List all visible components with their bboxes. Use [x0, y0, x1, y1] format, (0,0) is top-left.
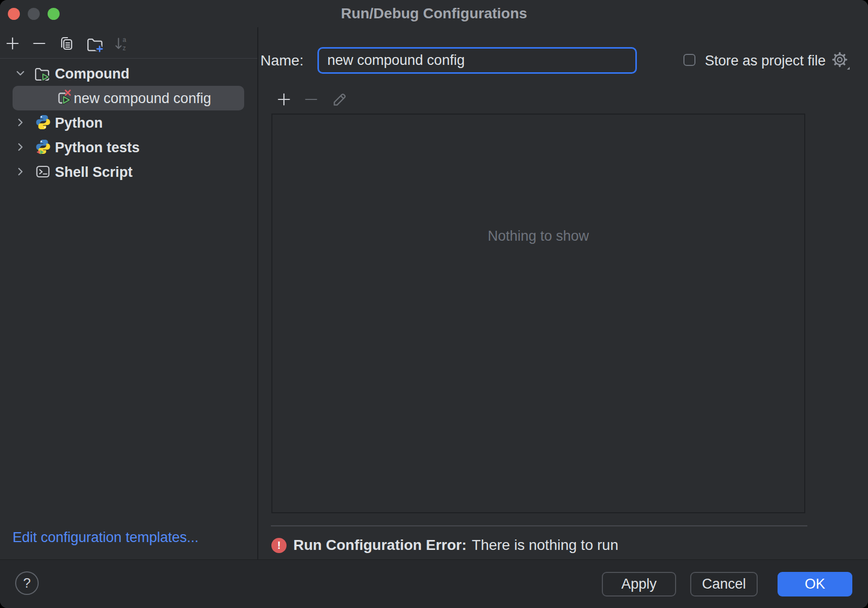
- tree-item-label: Shell Script: [55, 164, 133, 181]
- dialog-title: Run/Debug Configurations: [0, 5, 868, 22]
- plus-icon: [276, 91, 292, 108]
- tree-item-compound[interactable]: Compound: [0, 61, 257, 86]
- plus-icon: [4, 35, 21, 52]
- name-input[interactable]: [317, 47, 637, 74]
- chevron-right-icon[interactable]: [15, 141, 26, 153]
- python-tests-icon: [35, 139, 51, 157]
- shell-script-icon: [35, 164, 51, 182]
- store-as-project-file-label: Store as project file: [705, 53, 826, 69]
- tree-item-python[interactable]: Python: [0, 110, 257, 135]
- compound-folder-icon: [33, 65, 51, 84]
- compound-items-panel: [271, 114, 805, 513]
- toolbar-separator: [0, 58, 257, 59]
- apply-button[interactable]: Apply: [602, 572, 676, 596]
- empty-state-text: Nothing to show: [271, 228, 805, 244]
- tree-item-label: Python tests: [55, 140, 140, 156]
- edit-item-button[interactable]: [331, 91, 349, 108]
- minus-icon: [303, 91, 319, 108]
- svg-text:a: a: [123, 36, 127, 43]
- gear-icon[interactable]: [830, 50, 850, 72]
- minus-icon: [31, 35, 48, 52]
- tree-item-new-compound-config[interactable]: new compound config: [0, 86, 257, 110]
- panel-divider: [257, 27, 258, 559]
- add-configuration-button[interactable]: [4, 35, 21, 52]
- sort-alphabetically-icon: a z: [113, 35, 131, 53]
- chevron-right-icon[interactable]: [15, 117, 26, 128]
- help-button[interactable]: ?: [15, 571, 39, 595]
- pencil-icon: [331, 91, 349, 108]
- copy-configuration-button[interactable]: [58, 35, 75, 52]
- chevron-right-icon[interactable]: [15, 166, 26, 177]
- error-separator: [271, 525, 807, 526]
- error-message: There is nothing to run: [472, 537, 618, 554]
- remove-configuration-button[interactable]: [31, 35, 48, 52]
- new-folder-button[interactable]: [86, 35, 105, 54]
- python-icon: [35, 114, 51, 132]
- edit-configuration-templates-link[interactable]: Edit configuration templates...: [13, 530, 199, 546]
- ok-button[interactable]: OK: [778, 572, 852, 596]
- tree-item-label: Python: [55, 115, 103, 131]
- error-icon: !: [271, 538, 287, 553]
- tree-item-python-tests[interactable]: Python tests: [0, 135, 257, 160]
- titlebar: Run/Debug Configurations: [0, 0, 868, 27]
- new-folder-icon: [86, 35, 105, 54]
- error-row: ! Run Configuration Error: There is noth…: [271, 537, 618, 554]
- name-label: Name:: [260, 52, 303, 69]
- tree-item-shell-script[interactable]: Shell Script: [0, 160, 257, 184]
- cancel-button[interactable]: Cancel: [690, 572, 758, 596]
- copy-icon: [58, 35, 75, 52]
- svg-text:z: z: [123, 44, 126, 52]
- tree-item-label: Compound: [55, 66, 129, 82]
- remove-item-button[interactable]: [303, 91, 319, 108]
- tree-item-label: new compound config: [74, 91, 211, 107]
- add-item-button[interactable]: [276, 91, 292, 108]
- chevron-down-icon[interactable]: [15, 67, 26, 79]
- store-as-project-file-checkbox[interactable]: [683, 54, 695, 66]
- compound-config-error-icon: [54, 88, 73, 110]
- run-debug-configurations-dialog: Run/Debug Configurations a z: [0, 0, 868, 608]
- sort-configurations-button[interactable]: a z: [113, 35, 131, 53]
- error-title: Run Configuration Error:: [293, 537, 466, 554]
